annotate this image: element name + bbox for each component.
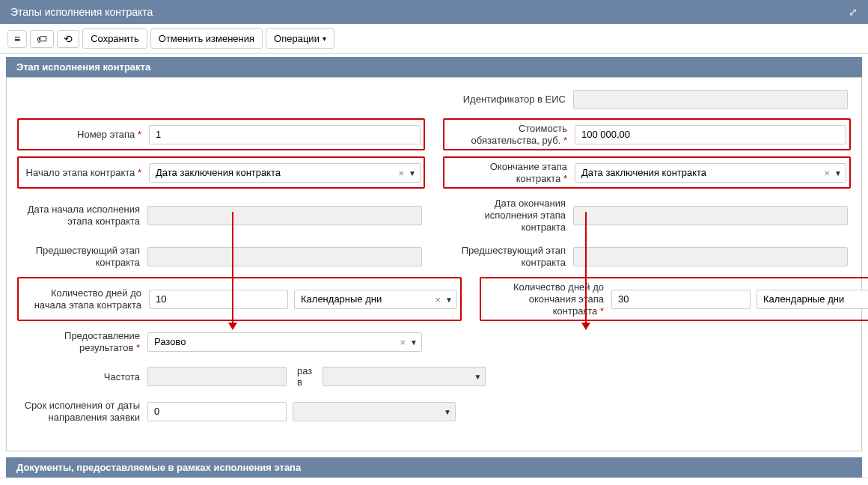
stage-number-input[interactable] — [149, 125, 421, 144]
save-button[interactable]: Сохранить — [82, 28, 147, 49]
label-exec-period: Срок исполнения от даты направления заяв… — [20, 400, 147, 423]
label-days-to-end: Количество дней до окончания этапа контр… — [484, 281, 611, 317]
label-eis-id: Идентификатор в ЕИС — [446, 94, 573, 106]
annotation-arrow-right — [585, 212, 587, 324]
chevron-down-icon[interactable]: ▼ — [409, 168, 416, 177]
chevron-down-icon: ▼ — [444, 407, 451, 415]
chevron-down-icon[interactable]: ▼ — [445, 295, 453, 303]
window-header: Этапы исполнения контракта ⤢ — [0, 0, 868, 24]
label-obligation-cost: Стоимость обязательства, руб. * — [447, 123, 575, 146]
clear-icon[interactable]: × — [398, 167, 404, 178]
history-icon[interactable]: ⟲ — [57, 30, 79, 48]
contract-end-select[interactable] — [575, 163, 846, 183]
eis-id-input — [573, 90, 848, 109]
label-stage-number: Номер этапа * — [22, 129, 149, 141]
label-contract-end: Окончание этапа контракта * — [447, 161, 575, 184]
frequency-unit-select — [323, 367, 486, 386]
obligation-cost-input[interactable] — [575, 125, 846, 144]
chevron-down-icon[interactable]: ▼ — [410, 338, 418, 346]
annotation-arrow-left — [232, 212, 233, 324]
contract-start-select[interactable] — [149, 163, 421, 183]
label-days-to-start: Количество дней до начала этапа контракт… — [22, 287, 149, 311]
cancel-changes-button[interactable]: Отменить изменения — [150, 28, 263, 49]
days-to-end-unit-select[interactable] — [757, 290, 868, 309]
clear-icon[interactable]: × — [824, 167, 830, 178]
expand-icon[interactable]: ⤢ — [849, 6, 858, 18]
label-exec-end: Дата окончания исполнения этапа контракт… — [446, 198, 573, 233]
days-to-start-unit-select[interactable] — [294, 290, 457, 309]
exec-end-input — [573, 206, 848, 225]
exec-start-input — [147, 206, 422, 225]
clear-icon[interactable]: × — [435, 293, 441, 305]
footer-bar: Применить Закрыть — [0, 478, 868, 486]
tag-icon[interactable]: 🏷 — [30, 30, 54, 48]
label-exec-start: Дата начала исполнения этапа контракта — [20, 204, 147, 227]
label-raz-v: раз в — [293, 365, 317, 388]
label-frequency: Частота — [20, 371, 147, 383]
results-select[interactable] — [147, 332, 422, 352]
chevron-down-icon[interactable]: ▼ — [834, 168, 842, 177]
label-contract-start: Начало этапа контракта * — [22, 167, 149, 179]
form-container: Идентификатор в ЕИС Номер этапа * Стоимо… — [6, 77, 862, 451]
label-prev-stage-l: Предшествующий этап контракта — [20, 245, 147, 268]
operations-button[interactable]: Операции ▾ — [266, 28, 334, 49]
section-header-documents: Документы, предоставляемые в рамках испо… — [6, 457, 862, 478]
prev-stage-l-input — [147, 247, 422, 266]
clear-icon[interactable]: × — [400, 336, 406, 347]
days-to-end-input[interactable] — [611, 290, 751, 309]
exec-period-unit-select — [293, 402, 456, 421]
label-prev-stage-r: Предшествующий этап контракта — [446, 245, 573, 268]
section-header-stage: Этап исполнения контракта — [6, 57, 862, 77]
exec-period-input[interactable] — [147, 402, 287, 421]
chevron-down-icon: ▼ — [474, 373, 481, 381]
menu-icon[interactable]: ≡ — [7, 30, 27, 48]
days-to-start-input[interactable] — [149, 290, 288, 309]
prev-stage-r-input — [573, 247, 848, 266]
chevron-down-icon: ▾ — [323, 34, 326, 43]
label-results: Предоставление результатов * — [20, 330, 147, 353]
window-title: Этапы исполнения контракта — [10, 6, 153, 18]
toolbar: ≡ 🏷 ⟲ Сохранить Отменить изменения Опера… — [0, 24, 868, 54]
frequency-input — [147, 367, 287, 386]
